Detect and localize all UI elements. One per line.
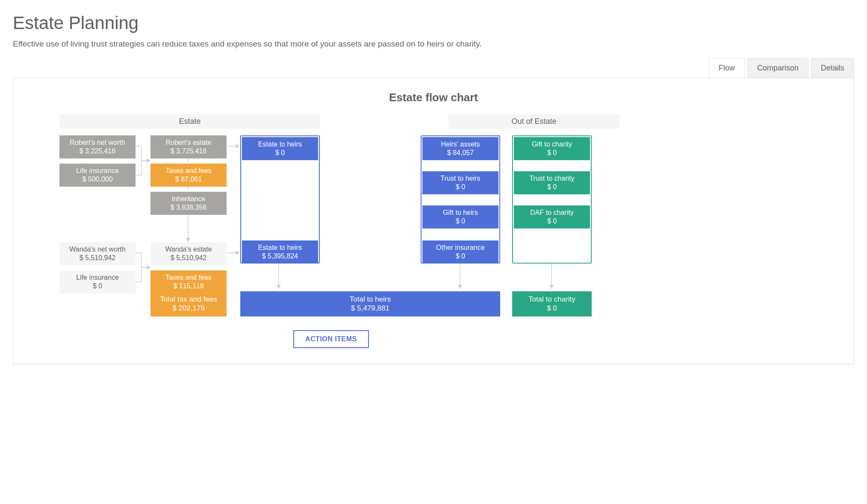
- tabs: Flow Comparison Details: [13, 58, 854, 78]
- value: $ 5,479,881: [243, 304, 498, 313]
- label: Total tax and fees: [153, 295, 224, 304]
- value: $ 87,061: [153, 175, 224, 184]
- label: Gift to charity: [516, 140, 587, 149]
- node-inheritance: Inheritance $ 3,638,356: [150, 192, 227, 215]
- flow-panel: Estate flow chart Estate Out of Estate: [13, 78, 854, 364]
- value: $ 0: [516, 217, 587, 226]
- node-estate-heirs-1: Estate to heirs $ 0: [242, 137, 318, 160]
- page-subtitle: Effective use of living trust strategies…: [13, 39, 854, 49]
- node-wanda-estate: Wanda's estate $ 5,510,942: [150, 242, 227, 265]
- page-title: Estate Planning: [13, 13, 854, 33]
- label: DAF to charity: [516, 208, 587, 217]
- tab-flow[interactable]: Flow: [709, 58, 745, 78]
- node-heirs-assets: Heirs' assets $ 84,057: [422, 137, 498, 160]
- label: Estate to heirs: [245, 140, 316, 149]
- node-other-ins: Other insurance $ 0: [422, 240, 498, 264]
- value: $ 0: [425, 252, 496, 261]
- node-wanda-taxes: Taxes and fees $ 115,118: [150, 270, 227, 293]
- label: Taxes and fees: [153, 167, 224, 175]
- bar-total-taxes: Total tax and fees $ 202,179: [150, 291, 227, 316]
- tab-comparison[interactable]: Comparison: [747, 58, 808, 78]
- value: $ 5,510,942: [153, 254, 224, 262]
- value: $ 84,057: [425, 149, 496, 157]
- value: $ 202,179: [153, 304, 224, 313]
- node-trust-charity: Trust to charity $ 0: [514, 171, 590, 194]
- label: Life insurance: [62, 167, 133, 175]
- value: $ 115,118: [153, 282, 224, 290]
- value: $ 3,725,416: [153, 147, 224, 155]
- label: Total to heirs: [243, 295, 498, 304]
- label: Trust to heirs: [425, 174, 496, 183]
- bar-total-charity: Total to charity $ 0: [512, 291, 592, 316]
- action-items-button[interactable]: ACTION ITEMS: [293, 330, 369, 348]
- tab-details[interactable]: Details: [811, 58, 854, 78]
- node-robert-estate: Robert's estate $ 3,725,416: [150, 135, 227, 158]
- node-gift-charity: Gift to charity $ 0: [514, 137, 590, 160]
- label: Estate to heirs: [245, 243, 316, 252]
- value: $ 3,225,416: [62, 147, 133, 155]
- group-header-estate: Estate: [59, 114, 320, 129]
- node-robert-life-ins: Life insurance $ 500,000: [59, 164, 136, 187]
- value: $ 5,395,824: [245, 252, 316, 261]
- value: $ 0: [516, 183, 587, 191]
- group-header-out: Out of Estate: [448, 114, 619, 129]
- label: Wanda's net worth: [62, 245, 133, 254]
- value: $ 0: [425, 217, 496, 226]
- node-robert-taxes: Taxes and fees $ 87,061: [150, 164, 227, 187]
- value: $ 5,510,942: [62, 254, 133, 262]
- value: $ 0: [516, 149, 587, 157]
- flow-area: Robert's net worth $ 3,225,416 Life insu…: [28, 135, 839, 349]
- label: Robert's net worth: [62, 138, 133, 147]
- chart-title: Estate flow chart: [28, 91, 839, 104]
- value: $ 0: [62, 282, 133, 290]
- bar-total-heirs: Total to heirs $ 5,479,881: [240, 291, 500, 316]
- node-wanda-networth: Wanda's net worth $ 5,510,942: [59, 242, 136, 265]
- label: Other insurance: [425, 243, 496, 252]
- label: Total to charity: [515, 295, 589, 304]
- label: Heirs' assets: [425, 140, 496, 149]
- node-trust-heirs: Trust to heirs $ 0: [422, 171, 498, 194]
- value: $ 500,000: [62, 175, 133, 184]
- label: Trust to charity: [516, 174, 587, 183]
- node-daf-charity: DAF to charity $ 0: [514, 205, 590, 229]
- node-gift-heirs: Gift to heirs $ 0: [422, 205, 498, 229]
- value: $ 0: [515, 304, 589, 313]
- value: $ 0: [245, 149, 316, 157]
- value: $ 0: [425, 183, 496, 191]
- label: Gift to heirs: [425, 208, 496, 217]
- label: Inheritance: [153, 195, 224, 203]
- label: Wanda's estate: [153, 245, 224, 254]
- node-robert-networth: Robert's net worth $ 3,225,416: [59, 135, 136, 158]
- node-wanda-life-ins: Life insurance $ 0: [59, 270, 136, 293]
- label: Robert's estate: [153, 138, 224, 147]
- label: Taxes and fees: [153, 273, 224, 282]
- value: $ 3,638,356: [153, 203, 224, 212]
- label: Life insurance: [62, 273, 133, 282]
- node-estate-heirs-2: Estate to heirs $ 5,395,824: [242, 240, 318, 264]
